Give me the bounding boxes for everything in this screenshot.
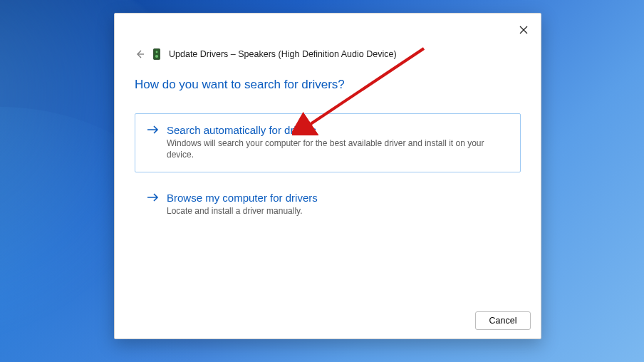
speaker-device-icon [152,48,162,61]
dialog-content: How do you want to search for drivers? S… [115,61,541,304]
dialog-header: Update Drivers – Speakers (High Definiti… [115,14,541,61]
back-arrow-icon [135,49,145,59]
back-button[interactable] [135,49,145,59]
option-arrow-icon [147,125,160,138]
option-description: Windows will search your computer for th… [167,138,509,160]
svg-point-2 [155,55,158,58]
option-title: Browse my computer for drivers [167,192,509,204]
cancel-button[interactable]: Cancel [475,311,531,330]
option-browse-computer[interactable]: Browse my computer for drivers Locate an… [135,181,521,229]
close-icon [519,24,528,37]
option-description: Locate and install a driver manually. [167,205,509,217]
update-drivers-dialog: Update Drivers – Speakers (High Definiti… [114,13,541,339]
option-title: Search automatically for drivers [167,124,509,136]
option-search-automatically[interactable]: Search automatically for drivers Windows… [135,113,521,172]
svg-rect-0 [154,49,160,60]
option-arrow-icon [147,192,160,205]
svg-point-1 [156,51,158,53]
dialog-prompt: How do you want to search for drivers? [135,78,521,92]
dialog-footer: Cancel [115,304,541,338]
dialog-title: Update Drivers – Speakers (High Definiti… [169,49,397,59]
close-button[interactable] [516,24,531,38]
